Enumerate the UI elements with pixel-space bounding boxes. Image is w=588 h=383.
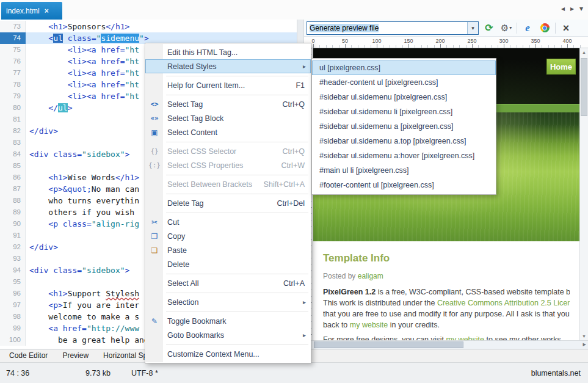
- line-number[interactable]: 87: [0, 183, 26, 195]
- menu-shortcut: Ctrl+W: [270, 161, 305, 170]
- submenu-item-main-ul-li-pixelgreen-css[interactable]: #main ul li [pixelgreen.css]: [312, 163, 496, 178]
- preview-link[interactable]: my website: [446, 335, 484, 340]
- line-number[interactable]: 82: [0, 125, 26, 137]
- menu-separator: [145, 191, 311, 196]
- line-number[interactable]: 90: [0, 218, 26, 230]
- submenu-item-sidebar-ul-sidemenu-li-pixelgreen-css[interactable]: #sidebar ul.sidemenu li [pixelgreen.css]: [312, 104, 496, 119]
- line-number[interactable]: 97: [0, 299, 26, 311]
- select-content-icon: ▣: [148, 128, 161, 137]
- submenu-item-ul-pixelgreen-css[interactable]: ul [pixelgreen.css]: [312, 60, 496, 75]
- preview-link[interactable]: Creative Commons Attribution 2.5 License: [437, 299, 570, 307]
- tab-close-icon[interactable]: ×: [45, 7, 49, 15]
- bookmark-icon: ✎: [148, 317, 161, 326]
- vscroll-thumb[interactable]: [581, 58, 587, 116]
- preview-settings-button[interactable]: ⚙▾: [499, 21, 513, 35]
- line-number[interactable]: 77: [0, 67, 26, 79]
- menu-item-cut[interactable]: ✂Cut: [145, 215, 311, 229]
- submenu-item-sidebar-ul-sidemenu-a-hover-pixelgreen-css[interactable]: #sidebar ul.sidemenu a:hover [pixelgreen…: [312, 148, 496, 163]
- menu-item-help-for-current-item[interactable]: Help for Current Item...F1: [145, 78, 311, 92]
- line-number[interactable]: 78: [0, 79, 26, 90]
- tab-list-icon[interactable]: ▾: [579, 4, 583, 13]
- context-menu: Edit this HTML Tag...Related Styles▸Help…: [145, 43, 311, 363]
- line-number[interactable]: 86: [0, 172, 26, 183]
- line-number[interactable]: 79: [0, 90, 26, 102]
- line-number[interactable]: 84: [0, 148, 26, 160]
- gear-icon: ⚙: [501, 23, 509, 34]
- line-number[interactable]: 100: [0, 334, 26, 346]
- generate-preview-combo[interactable]: Generate preview file ▾: [307, 21, 479, 35]
- author-link[interactable]: ealigam: [358, 272, 383, 280]
- line-number[interactable]: 96: [0, 288, 26, 299]
- tab-navigation: ◂ ▸ ▾: [561, 4, 583, 13]
- bottom-tab-preview[interactable]: Preview: [56, 349, 95, 362]
- hscroll-thumb[interactable]: [314, 341, 463, 348]
- menu-separator: [145, 139, 311, 144]
- menu-item-select-css-properties: {:}Select CSS PropertiesCtrl+W: [145, 158, 311, 172]
- line-number[interactable]: 81: [0, 114, 26, 125]
- toolbar-separator: [555, 23, 556, 34]
- line-number[interactable]: 76: [0, 56, 26, 67]
- line-number[interactable]: 94: [0, 264, 26, 276]
- menu-item-selection[interactable]: Selection▸: [145, 295, 311, 309]
- home-nav-button[interactable]: Home: [546, 59, 576, 75]
- menu-item-paste[interactable]: ❏Paste: [145, 243, 311, 257]
- menu-item-select-all[interactable]: Select AllCtrl+A: [145, 276, 311, 290]
- line-number[interactable]: 83: [0, 137, 26, 148]
- submenu-item-header-content-ul-pixelgreen-css[interactable]: #header-content ul [pixelgreen.css]: [312, 75, 496, 90]
- line-number[interactable]: 98: [0, 311, 26, 323]
- css-selector-icon: {}: [148, 147, 161, 155]
- refresh-button[interactable]: ⟳: [482, 21, 496, 35]
- code-text[interactable]: <h1>Sponsors</h1>: [26, 21, 297, 32]
- scroll-right-icon[interactable]: ▶: [583, 342, 586, 347]
- preview-hscrollbar[interactable]: ◀ ▶: [304, 340, 588, 349]
- tab-prev-icon[interactable]: ◂: [561, 4, 565, 13]
- menu-separator: [145, 309, 311, 314]
- open-in-chrome-button[interactable]: [538, 21, 551, 35]
- preview-link[interactable]: my website: [350, 321, 388, 329]
- submenu-item-sidebar-ul-sidemenu-a-top-pixelgreen-css[interactable]: #sidebar ul.sidemenu a.top [pixelgreen.c…: [312, 134, 496, 148]
- line-number[interactable]: 74: [0, 32, 26, 44]
- paragraph-line: that you are free to use and modify it f…: [323, 308, 570, 319]
- document-tab-index-html[interactable]: index.html ×: [1, 2, 62, 20]
- menu-item-customize-context-menu[interactable]: Customize Context Menu...: [145, 347, 311, 361]
- posted-by: Posted by ealigam: [323, 272, 570, 280]
- menu-item-toggle-bookmark[interactable]: ✎Toggle Bookmark: [145, 314, 311, 328]
- menu-item-select-tag-block[interactable]: «»Select Tag Block: [145, 111, 311, 125]
- brand-link[interactable]: blumentals.net: [531, 369, 581, 378]
- line-number[interactable]: 99: [0, 323, 26, 334]
- combo-dropdown-icon[interactable]: ▾: [467, 22, 478, 34]
- paragraph-line: For more free designs, you can visit my …: [323, 334, 570, 340]
- bottom-tab-code-editor[interactable]: Code Editor: [2, 349, 54, 362]
- code-line[interactable]: 73 <h1>Sponsors</h1>: [0, 21, 297, 32]
- menu-item-select-content[interactable]: ▣Select Content: [145, 125, 311, 139]
- menu-item-related-styles[interactable]: Related Styles▸: [145, 59, 311, 73]
- menu-item-copy[interactable]: ❐Copy: [145, 229, 311, 243]
- line-number[interactable]: 80: [0, 102, 26, 114]
- preview-vscrollbar[interactable]: ▲ ▼: [579, 48, 588, 340]
- line-number[interactable]: 92: [0, 241, 26, 253]
- menu-item-delete[interactable]: Delete: [145, 257, 311, 271]
- menu-item-edit-this-html-tag[interactable]: Edit this HTML Tag...: [145, 45, 311, 59]
- close-preview-button[interactable]: ×: [559, 21, 573, 35]
- submenu-item-sidebar-ul-sidemenu-a-pixelgreen-css[interactable]: #sidebar ul.sidemenu a [pixelgreen.css]: [312, 119, 496, 134]
- menu-item-goto-bookmarks[interactable]: Goto Bookmarks▸: [145, 328, 311, 342]
- menu-item-select-tag[interactable]: <>Select TagCtrl+Q: [145, 97, 311, 111]
- tab-next-icon[interactable]: ▸: [570, 4, 574, 13]
- line-number[interactable]: 93: [0, 253, 26, 264]
- menu-item-delete-tag[interactable]: Delete TagCtrl+Del: [145, 196, 311, 210]
- line-number[interactable]: 75: [0, 44, 26, 56]
- submenu-item-sidebar-ul-sidemenu-pixelgreen-css[interactable]: #sidebar ul.sidemenu [pixelgreen.css]: [312, 90, 496, 104]
- line-number[interactable]: 89: [0, 206, 26, 218]
- paragraph-line: PixelGreen 1.2 is a free, W3C-compliant,…: [323, 286, 570, 297]
- line-number[interactable]: 85: [0, 160, 26, 172]
- scroll-up-icon[interactable]: ▲: [580, 50, 588, 54]
- line-number[interactable]: 95: [0, 276, 26, 288]
- ruler-tick: 350: [535, 44, 536, 48]
- line-number[interactable]: 88: [0, 195, 26, 206]
- scroll-down-icon[interactable]: ▼: [580, 334, 588, 338]
- ruler-tick: 250: [472, 44, 473, 48]
- line-number[interactable]: 91: [0, 230, 26, 241]
- line-number[interactable]: 73: [0, 21, 26, 32]
- submenu-item-footer-content-ul-pixelgreen-css[interactable]: #footer-content ul [pixelgreen.css]: [312, 178, 496, 192]
- open-in-ie-button[interactable]: e: [521, 21, 534, 35]
